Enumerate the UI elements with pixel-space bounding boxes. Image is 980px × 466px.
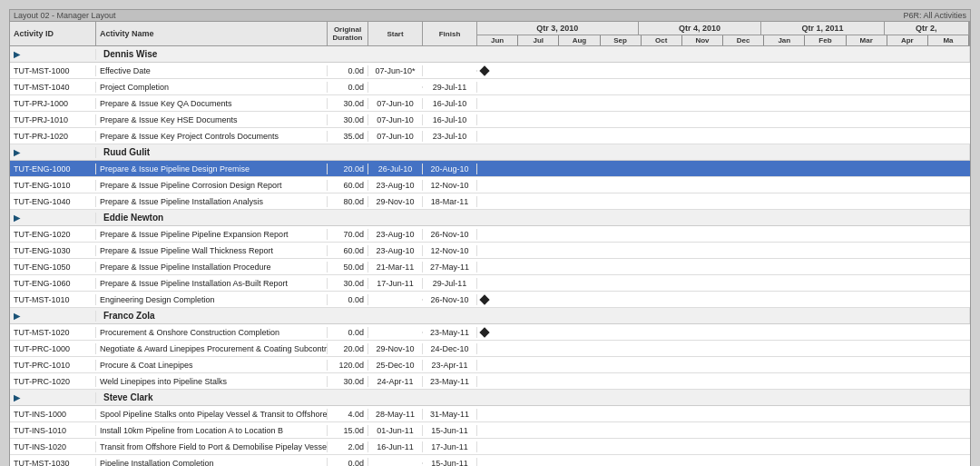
month-aug: Aug xyxy=(559,35,600,45)
month-may: Ma xyxy=(928,35,969,45)
table-row[interactable]: TUT-PRJ-1020 Prepare & Issue Key Project… xyxy=(10,128,970,144)
month-apr: Apr xyxy=(887,35,928,45)
table-row[interactable]: TUT-INS-1000 Spool Pipeline Stalks onto … xyxy=(10,406,970,422)
table-row[interactable]: TUT-MST-1010 Engineering Design Completi… xyxy=(10,292,970,308)
col-header-finish[interactable]: Finish xyxy=(423,22,477,45)
quarter-q1-2011: Qtr 1, 2011 xyxy=(761,22,885,35)
month-nov: Nov xyxy=(682,35,723,45)
table-row[interactable]: TUT-PRC-1010 Procure & Coat Linepipes 12… xyxy=(10,357,970,373)
quarter-q4-2010: Qtr 4, 2010 xyxy=(639,22,762,35)
outer-wrapper: Layout 02 - Manager Layout P6R: All Acti… xyxy=(0,0,980,466)
col-header-activity-id[interactable]: Activity ID xyxy=(10,22,96,45)
table-row[interactable]: TUT-PRJ-1000 Prepare & Issue Key QA Docu… xyxy=(10,95,970,112)
group-franco-zola: ▶ Franco Zola xyxy=(10,308,970,324)
layout-title: Layout 02 - Manager Layout xyxy=(14,11,116,20)
table-row[interactable]: TUT-INS-1010 Install 10km Pipeline from … xyxy=(10,422,970,439)
table-row[interactable]: TUT-MST-1000 Effective Date 0.0d 07-Jun-… xyxy=(10,63,970,79)
table-row[interactable]: TUT-ENG-1050 Prepare & Issue Pipeline In… xyxy=(10,259,970,275)
gantt-container: Layout 02 - Manager Layout P6R: All Acti… xyxy=(9,9,971,466)
column-headers: Activity ID Activity Name Original Durat… xyxy=(10,22,970,46)
month-jun: Jun xyxy=(477,35,518,45)
month-oct: Oct xyxy=(642,35,682,45)
month-jan: Jan xyxy=(764,35,805,45)
month-jul: Jul xyxy=(518,35,559,45)
quarter-q2-2011: Qtr 2, xyxy=(885,22,969,35)
table-row[interactable]: TUT-INS-1020 Transit from Offshore Field… xyxy=(10,439,970,455)
table-row[interactable]: TUT-MST-1030 Pipeline Installation Compl… xyxy=(10,455,970,466)
table-row-selected[interactable]: TUT-ENG-1000 Prepare & Issue Pipeline De… xyxy=(10,161,970,177)
group-ruud-gulit: ▶ Ruud Gulit xyxy=(10,144,970,161)
month-mar: Mar xyxy=(847,35,887,45)
col-header-activity-name[interactable]: Activity Name xyxy=(96,22,328,45)
month-dec: Dec xyxy=(723,35,764,45)
table-row[interactable]: TUT-ENG-1040 Prepare & Issue Pipeline In… xyxy=(10,193,970,210)
col-header-start[interactable]: Start xyxy=(368,22,423,45)
table-row[interactable]: TUT-ENG-1060 Prepare & Issue Pipeline In… xyxy=(10,275,970,292)
layout-subtitle: P6R: All Activities xyxy=(903,11,966,20)
table-row[interactable]: TUT-PRC-1020 Weld Linepipes into Pipelin… xyxy=(10,373,970,390)
month-feb: Feb xyxy=(805,35,846,45)
col-header-orig-dur[interactable]: Original Duration xyxy=(328,22,368,45)
table-row[interactable]: TUT-MST-1040 Project Completion 0.0d 29-… xyxy=(10,79,970,95)
group-dennis-wise: ▶ Dennis Wise xyxy=(10,46,970,63)
month-sep: Sep xyxy=(601,35,642,45)
table-row[interactable]: TUT-PRJ-1010 Prepare & Issue Key HSE Doc… xyxy=(10,112,970,128)
group-eddie-newton: ▶ Eddie Newton xyxy=(10,210,970,226)
table-row[interactable]: TUT-ENG-1020 Prepare & Issue Pipeline Pi… xyxy=(10,226,970,243)
table-row[interactable]: TUT-ENG-1010 Prepare & Issue Pipeline Co… xyxy=(10,177,970,193)
title-bar: Layout 02 - Manager Layout P6R: All Acti… xyxy=(10,10,970,22)
col-header-chart: Qtr 3, 2010 Qtr 4, 2010 Qtr 1, 2011 Qtr … xyxy=(477,22,970,45)
table-row[interactable]: TUT-PRC-1000 Negotiate & Award Linepipes… xyxy=(10,341,970,357)
table-row[interactable]: TUT-MST-1020 Procurement & Onshore Const… xyxy=(10,324,970,341)
table-body: ▶ Dennis Wise TUT-MST-1000 Effective Dat… xyxy=(10,46,970,466)
table-row[interactable]: TUT-ENG-1030 Prepare & Issue Pipeline Wa… xyxy=(10,243,970,259)
group-steve-clark: ▶ Steve Clark xyxy=(10,390,970,406)
quarter-q3-2010: Qtr 3, 2010 xyxy=(477,22,639,35)
